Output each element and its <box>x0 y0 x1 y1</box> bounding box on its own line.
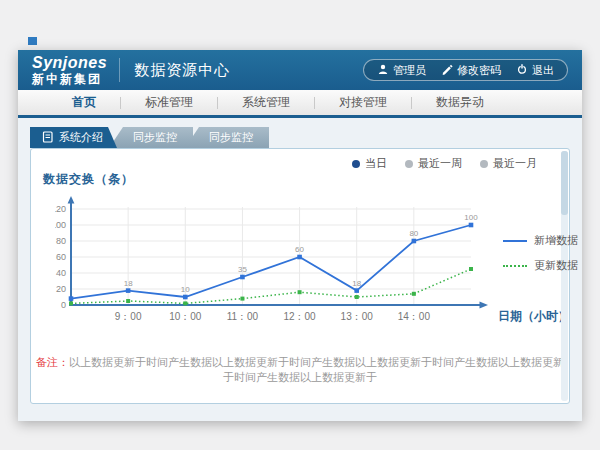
content-area: 系统介绍同步监控同步监控 当日最近一周最近一月 数据交换（条） 02040608… <box>18 118 582 421</box>
svg-text:40: 40 <box>56 268 66 278</box>
y-axis-title: 数据交换（条） <box>43 171 134 188</box>
nav-item-3[interactable]: 对接管理 <box>315 94 411 111</box>
range-filter: 当日最近一周最近一月 <box>352 156 537 171</box>
app-window: Synjones 新中新集团 数据资源中心 管理员修改密码退出 首页标准管理系统… <box>18 50 582 421</box>
svg-text:14：00: 14：00 <box>398 311 431 322</box>
header-divider <box>119 58 120 82</box>
tab-bar: 系统介绍同步监控同步监控 <box>30 118 582 148</box>
header: Synjones 新中新集团 数据资源中心 管理员修改密码退出 <box>18 50 582 90</box>
edit-icon <box>441 63 453 77</box>
radio-icon <box>480 160 488 168</box>
svg-text:100: 100 <box>55 220 66 230</box>
svg-text:日期（小时）: 日期（小时） <box>498 309 567 323</box>
legend-swatch <box>503 240 527 242</box>
line-chart: 0204060801001209：0010：0011：0012：0013：001… <box>55 193 567 343</box>
logo-title: Synjones <box>32 55 107 71</box>
svg-text:9：00: 9：00 <box>115 311 142 322</box>
svg-text:80: 80 <box>56 236 66 246</box>
svg-text:100: 100 <box>464 213 478 222</box>
power-icon <box>516 63 528 77</box>
tab-1[interactable]: 同步监控 <box>109 127 193 148</box>
footnote-label: 备注： <box>36 356 69 368</box>
tab-2[interactable]: 同步监控 <box>185 127 269 148</box>
navbar: 首页标准管理系统管理对接管理数据异动 <box>18 90 582 118</box>
legend-item-0[interactable]: 新增数据 <box>503 233 578 248</box>
legend-item-1[interactable]: 更新数据 <box>503 258 578 273</box>
svg-text:120: 120 <box>55 204 66 214</box>
user-menu: 管理员修改密码退出 <box>363 59 568 81</box>
user-icon <box>377 63 389 77</box>
window-accent <box>28 37 37 45</box>
screen: Synjones 新中新集团 数据资源中心 管理员修改密码退出 首页标准管理系统… <box>0 0 600 450</box>
logo: Synjones 新中新集团 <box>32 55 107 85</box>
radio-icon <box>352 160 360 168</box>
nav-item-1[interactable]: 标准管理 <box>121 94 217 111</box>
panel-scrollbar[interactable] <box>561 151 568 401</box>
svg-text:60: 60 <box>56 252 66 262</box>
svg-text:35: 35 <box>238 265 247 274</box>
radio-icon <box>405 160 413 168</box>
footnote: 备注：以上数据更新于时间产生数据以上数据更新于时间产生数据以上数据更新于时间产生… <box>31 355 569 385</box>
range-option-2[interactable]: 最近一月 <box>480 156 537 171</box>
scrollbar-thumb[interactable] <box>561 151 568 215</box>
document-icon <box>42 131 54 145</box>
range-option-0[interactable]: 当日 <box>352 156 387 171</box>
nav-item-0[interactable]: 首页 <box>48 94 120 111</box>
svg-text:13：00: 13：00 <box>341 311 374 322</box>
chart-legend: 新增数据更新数据 <box>503 233 578 273</box>
svg-text:18: 18 <box>352 279 361 288</box>
user-menu-power[interactable]: 退出 <box>516 63 554 78</box>
user-menu-edit[interactable]: 修改密码 <box>441 63 501 78</box>
svg-text:11：00: 11：00 <box>227 311 259 322</box>
range-option-1[interactable]: 最近一周 <box>405 156 462 171</box>
svg-text:10：00: 10：00 <box>169 311 202 322</box>
logo-subtitle: 新中新集团 <box>32 73 107 85</box>
content-panel: 当日最近一周最近一月 数据交换（条） 0204060801001209：0010… <box>30 148 570 404</box>
svg-text:20: 20 <box>56 284 66 294</box>
footnote-text: 以上数据更新于时间产生数据以上数据更新于时间产生数据以上数据更新于时间产生数据以… <box>69 356 564 383</box>
svg-text:18: 18 <box>124 279 133 288</box>
svg-text:60: 60 <box>295 245 304 254</box>
legend-swatch <box>503 265 527 267</box>
nav-item-2[interactable]: 系统管理 <box>218 94 314 111</box>
page-title: 数据资源中心 <box>134 61 230 80</box>
svg-text:12：00: 12：00 <box>283 311 316 322</box>
nav-item-4[interactable]: 数据异动 <box>412 94 508 111</box>
tab-0[interactable]: 系统介绍 <box>30 127 117 148</box>
svg-text:0: 0 <box>61 300 66 310</box>
svg-text:10: 10 <box>181 285 190 294</box>
svg-text:80: 80 <box>409 229 418 238</box>
user-menu-user[interactable]: 管理员 <box>377 63 426 78</box>
